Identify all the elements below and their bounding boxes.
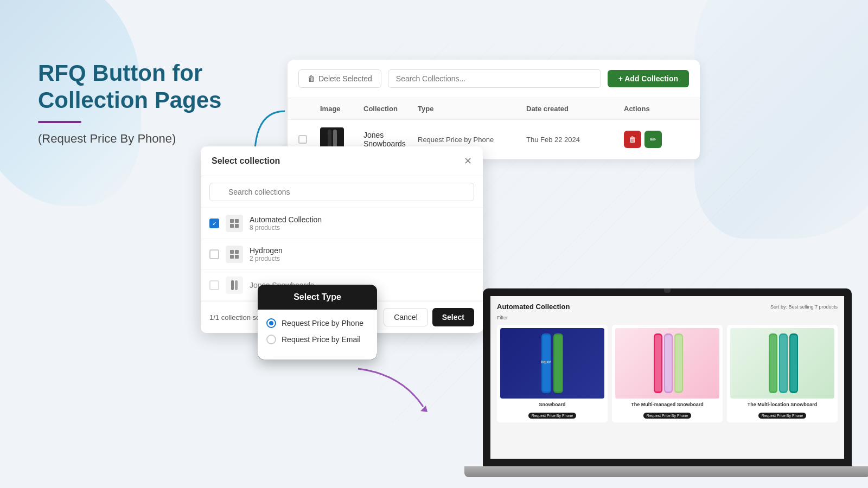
col-image: Image	[320, 105, 363, 113]
modal-search-wrapper: 🔍	[209, 183, 474, 201]
col-collection: Collection	[363, 105, 418, 113]
row-delete-button[interactable]: 🗑	[624, 131, 641, 148]
type-popup-header: Select Type	[258, 285, 377, 310]
screen-header: Automated Collection Sort by: Best selli…	[497, 303, 838, 311]
product-name-3: The Multi-location Snowboard	[730, 402, 834, 407]
add-collection-label: + Add Collection	[618, 74, 678, 83]
modal-item-name-2: Hydrogen	[250, 246, 283, 255]
row-actions: 🗑 ✏	[624, 131, 689, 148]
col-date: Date created	[526, 105, 624, 113]
modal-item-count-1: 8 products	[250, 224, 322, 232]
screen-sort: Sort by: Best selling 7 products	[770, 304, 838, 310]
add-collection-button[interactable]: + Add Collection	[608, 70, 689, 87]
modal-close-button[interactable]: ✕	[464, 155, 472, 167]
screen-content: Automated Collection Sort by: Best selli…	[490, 296, 844, 459]
product-card-3: The Multi-location Snowboard Request Pri…	[727, 325, 838, 422]
col-actions: Actions	[624, 105, 689, 113]
svg-rect-10	[235, 255, 239, 259]
page-subtitle: (Request Price By Phone)	[38, 132, 266, 146]
svg-rect-9	[230, 255, 234, 259]
radio-unselected-indicator	[266, 335, 276, 344]
row-date: Thu Feb 22 2024	[526, 136, 624, 144]
product-card-2: The Multi-managed Snowboard Request Pric…	[612, 325, 723, 422]
product-name-1: Snowboard	[500, 402, 604, 407]
svg-rect-3	[230, 219, 234, 223]
collection-icon-3	[226, 277, 243, 294]
radio-option-email[interactable]: Request Price by Email	[266, 335, 368, 344]
laptop-outer: Automated Collection Sort by: Best selli…	[483, 288, 852, 477]
product-image-3	[730, 328, 834, 399]
modal-item-name-1: Automated Collection	[250, 215, 322, 224]
radio-option-phone[interactable]: Request Price by Phone	[266, 318, 368, 328]
radio-label-phone: Request Price by Phone	[282, 319, 363, 328]
col-type: Type	[418, 105, 526, 113]
product-name-2: The Multi-managed Snowboard	[615, 402, 719, 407]
delete-label: Delete Selected	[318, 74, 372, 83]
checkbox-checked-icon: ✓	[209, 219, 219, 228]
delete-row-icon: 🗑	[629, 135, 636, 144]
title-underline	[38, 121, 81, 123]
row-edit-button[interactable]: ✏	[644, 131, 662, 148]
cancel-button[interactable]: Cancel	[384, 308, 428, 326]
table-toolbar: 🗑 Delete Selected + Add Collection	[288, 60, 700, 98]
svg-rect-17	[554, 335, 562, 391]
product-badge-3: Request Price By Phone	[758, 413, 806, 419]
svg-rect-6	[235, 224, 239, 228]
type-popup-title: Select Type	[293, 292, 341, 301]
collection-icon-2	[226, 246, 243, 263]
svg-rect-19	[655, 335, 661, 391]
svg-rect-8	[235, 250, 239, 254]
screen-filter: Filter	[497, 315, 838, 320]
modal-search-area: 🔍	[201, 176, 483, 208]
product-image-1: liquid	[500, 328, 604, 399]
table-header: Image Collection Type Date created Actio…	[288, 98, 700, 120]
table-panel: 🗑 Delete Selected + Add Collection Image…	[288, 60, 700, 159]
row-checkbox[interactable]	[298, 135, 307, 144]
row-collection-name: Jones Snowboards	[363, 131, 418, 148]
screen-collection-title: Automated Collection	[497, 303, 570, 311]
search-collections-input[interactable]	[388, 69, 601, 88]
laptop-screen: Automated Collection Sort by: Best selli…	[483, 288, 852, 466]
laptop-wrapper: Automated Collection Sort by: Best selli…	[483, 288, 852, 477]
collection-icon-1	[226, 215, 243, 232]
search-input-container	[388, 69, 601, 88]
radio-label-email: Request Price by Email	[282, 335, 361, 344]
svg-rect-5	[230, 224, 234, 228]
modal-item-count-2: 2 products	[250, 255, 283, 262]
modal-title: Select collection	[212, 156, 280, 166]
svg-rect-27	[780, 335, 787, 391]
radio-selected-indicator	[266, 318, 276, 328]
checkbox-unchecked-icon	[209, 249, 219, 259]
laptop-base	[464, 466, 868, 477]
svg-rect-23	[675, 335, 682, 391]
radio-inner	[269, 321, 273, 325]
laptop-notch	[664, 288, 671, 293]
modal-item-info-1: Automated Collection 8 products	[250, 215, 322, 232]
svg-text:liquid: liquid	[541, 359, 552, 364]
modal-footer-buttons: Cancel Select	[384, 308, 474, 326]
svg-marker-12	[420, 406, 427, 412]
modal-list-item[interactable]: ✓ Automated Collection 8 products	[201, 208, 483, 239]
arrow-3	[347, 363, 434, 428]
product-card-1: liquid Snowboard Request Price By Phone	[497, 325, 608, 422]
select-button[interactable]: Select	[432, 308, 474, 326]
product-image-2	[615, 328, 719, 399]
svg-rect-7	[230, 250, 234, 254]
modal-item-info-2: Hydrogen 2 products	[250, 246, 283, 262]
edit-row-icon: ✏	[650, 135, 656, 144]
select-type-popup: Select Type Request Price by Phone Reque…	[258, 285, 377, 359]
product-badge-1: Request Price By Phone	[528, 413, 576, 419]
page-title: RFQ Button for Collection Pages	[38, 60, 266, 114]
row-type: Request Price by Phone	[418, 136, 526, 144]
modal-search-input[interactable]	[209, 183, 474, 201]
trash-icon: 🗑	[308, 74, 315, 83]
checkbox-unchecked-icon-3	[209, 280, 219, 290]
modal-list-item[interactable]: Hydrogen 2 products	[201, 239, 483, 270]
delete-selected-button[interactable]: 🗑 Delete Selected	[298, 69, 381, 88]
svg-rect-25	[770, 335, 776, 391]
modal-header: Select collection ✕	[201, 146, 483, 176]
col-checkbox	[298, 105, 320, 113]
svg-rect-4	[235, 219, 239, 223]
products-grid: liquid Snowboard Request Price By Phone	[497, 325, 838, 422]
left-section: RFQ Button for Collection Pages (Request…	[38, 60, 266, 146]
